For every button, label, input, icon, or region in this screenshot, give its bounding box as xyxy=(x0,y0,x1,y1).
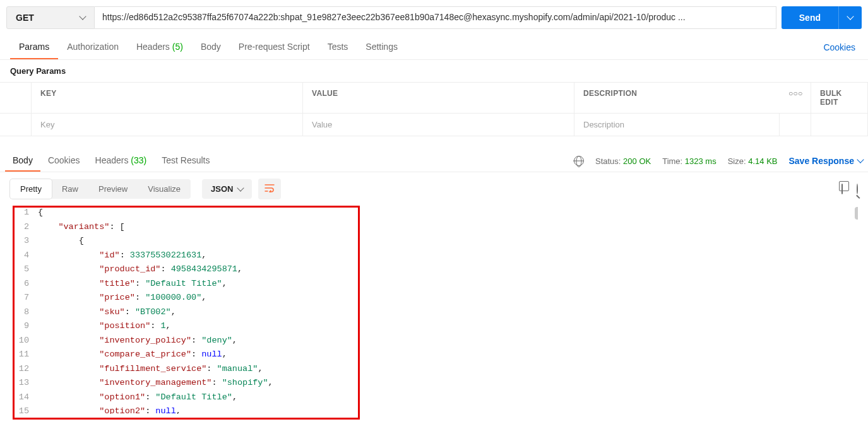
response-tab-cookies[interactable]: Cookies xyxy=(40,150,88,172)
response-headers-count: (33) xyxy=(131,155,146,165)
send-button[interactable]: Send xyxy=(782,6,838,29)
size-value: 4.14 KB xyxy=(748,156,777,166)
status-label: Status: xyxy=(595,156,621,166)
tab-prerequest[interactable]: Pre-request Script xyxy=(230,35,319,59)
response-body-code[interactable]: 1{2 "variants": [3 {4 "id": 333755302216… xyxy=(13,206,858,414)
time-value: 1323 ms xyxy=(685,156,716,166)
view-visualize[interactable]: Visualize xyxy=(138,179,191,199)
params-header-row: KEY VALUE DESCRIPTION ○○○ Bulk Edit xyxy=(0,83,868,114)
time-meta: Time: 1323 ms xyxy=(662,156,716,166)
http-method-select[interactable]: GET xyxy=(6,6,95,29)
row-spacer xyxy=(811,114,868,136)
bulk-edit-button[interactable]: Bulk Edit xyxy=(811,83,868,113)
save-response-button[interactable]: Save Response xyxy=(789,156,864,166)
desc-header: DESCRIPTION xyxy=(574,83,780,113)
chevron-down-icon xyxy=(79,13,86,20)
code-line: 13 "inventory_management": "shopify", xyxy=(13,376,858,391)
response-tab-test-results[interactable]: Test Results xyxy=(154,150,217,172)
url-input[interactable]: https://ed86d512a2c95387ffa25f67074a222b… xyxy=(95,6,776,29)
chevron-down-icon xyxy=(847,13,853,20)
code-line: 4 "id": 33375530221631, xyxy=(13,249,858,263)
row-checkbox[interactable] xyxy=(0,114,32,136)
time-label: Time: xyxy=(662,156,682,166)
code-line: 9 "position": 1, xyxy=(13,319,858,334)
size-label: Size: xyxy=(728,156,746,166)
status-value: 200 OK xyxy=(623,156,651,166)
code-line: 10 "inventory_policy": "deny", xyxy=(13,334,858,348)
tab-settings[interactable]: Settings xyxy=(357,35,407,59)
view-preview[interactable]: Preview xyxy=(88,179,138,199)
scrollbar-thumb[interactable] xyxy=(855,207,858,220)
tab-body[interactable]: Body xyxy=(192,35,230,59)
view-raw[interactable]: Raw xyxy=(52,179,88,199)
tab-tests[interactable]: Tests xyxy=(319,35,357,59)
more-actions[interactable]: ○○○ xyxy=(780,83,811,113)
key-header: KEY xyxy=(32,83,303,113)
size-meta: Size: 4.14 KB xyxy=(728,156,778,166)
code-line: 6 "title": "Default Title", xyxy=(13,277,858,291)
search-icon xyxy=(857,184,858,194)
save-response-label: Save Response xyxy=(789,156,855,166)
tab-authorization[interactable]: Authorization xyxy=(58,35,128,59)
copy-button[interactable] xyxy=(841,184,843,194)
cookies-link[interactable]: Cookies xyxy=(821,36,858,59)
key-input[interactable]: Key xyxy=(32,114,303,136)
tab-headers-label: Headers xyxy=(136,42,170,52)
code-line: 8 "sku": "BT002", xyxy=(13,305,858,320)
response-tab-body[interactable]: Body xyxy=(5,150,40,172)
row-actions xyxy=(780,114,811,136)
format-select[interactable]: JSON xyxy=(202,179,252,199)
query-params-title: Query Params xyxy=(0,60,868,82)
checkbox-header xyxy=(0,83,32,113)
code-line: 15 "option2": null, xyxy=(13,404,858,414)
code-line: 11 "compare_at_price": null, xyxy=(13,348,858,362)
response-tab-headers[interactable]: Headers (33) xyxy=(88,150,155,172)
chevron-down-icon xyxy=(237,184,244,191)
response-headers-label: Headers xyxy=(95,155,129,165)
wrap-lines-button[interactable] xyxy=(258,179,281,199)
tab-params[interactable]: Params xyxy=(10,35,58,59)
params-table: KEY VALUE DESCRIPTION ○○○ Bulk Edit Key … xyxy=(0,82,868,136)
code-line: 3 { xyxy=(13,234,858,249)
code-line: 1{ xyxy=(13,206,858,220)
chevron-down-icon xyxy=(857,156,864,163)
code-line: 12 "fulfillment_service": "manual", xyxy=(13,362,858,377)
send-dropdown-button[interactable] xyxy=(838,6,862,29)
desc-input[interactable]: Description xyxy=(574,114,780,136)
code-line: 2 "variants": [ xyxy=(13,220,858,235)
params-input-row: Key Value Description xyxy=(0,114,868,136)
status-meta: Status: 200 OK xyxy=(595,156,651,166)
code-line: 14 "option1": "Default Title", xyxy=(13,391,858,405)
search-button[interactable] xyxy=(857,184,858,194)
tab-headers[interactable]: Headers (5) xyxy=(128,35,192,59)
code-line: 5 "product_id": 4958434295871, xyxy=(13,262,858,277)
http-method-value: GET xyxy=(16,13,34,23)
copy-icon xyxy=(841,184,843,194)
view-pretty[interactable]: Pretty xyxy=(10,179,52,199)
value-input[interactable]: Value xyxy=(303,114,574,136)
format-value: JSON xyxy=(211,184,233,194)
tab-headers-count: (5) xyxy=(172,42,183,52)
code-line: 7 "price": "100000.00", xyxy=(13,291,858,305)
globe-icon[interactable] xyxy=(574,156,584,166)
value-header: VALUE xyxy=(303,83,574,113)
